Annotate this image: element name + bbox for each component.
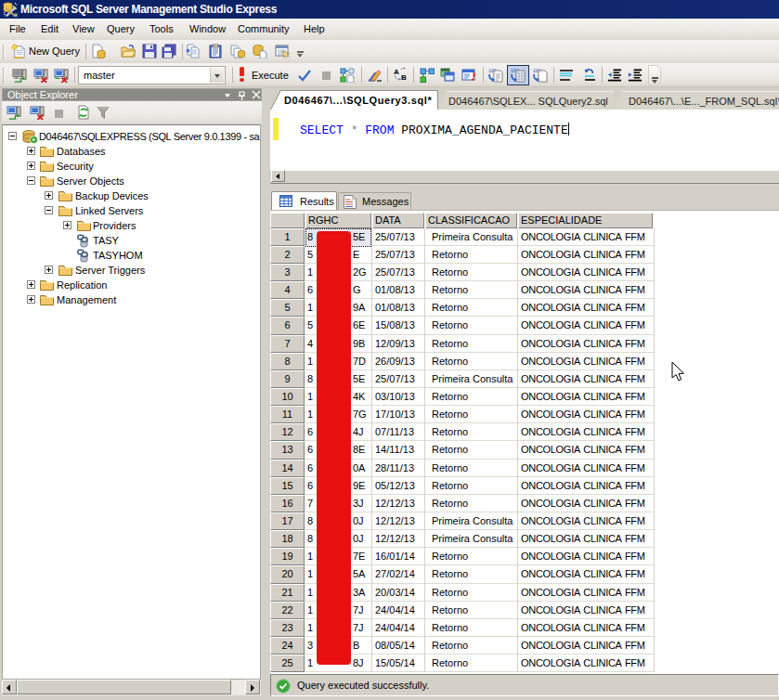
svg-text:B: B	[401, 73, 407, 82]
svg-text:A: A	[394, 68, 399, 76]
